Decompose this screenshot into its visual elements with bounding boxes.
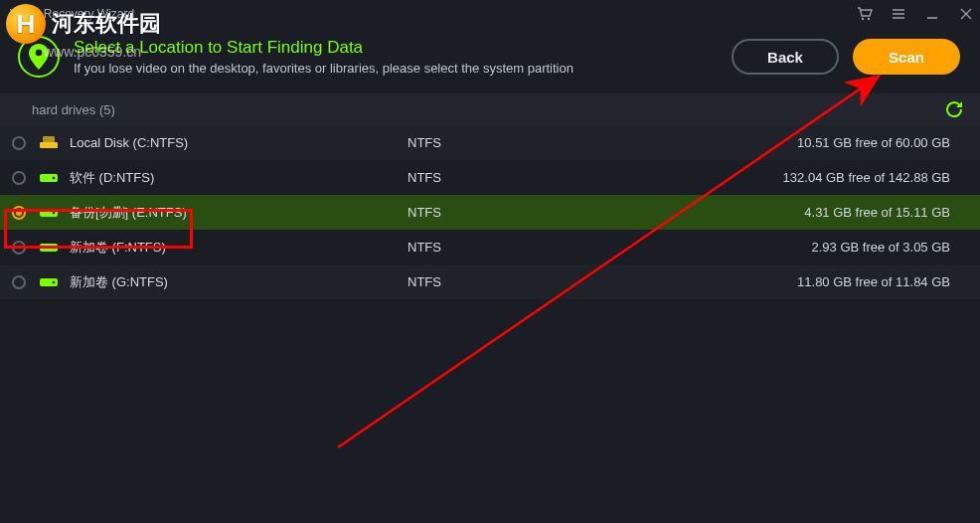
back-button[interactable]: Back (732, 39, 839, 75)
svg-rect-4 (43, 136, 55, 142)
svg-point-2 (36, 50, 43, 57)
drive-free-space: 2.93 GB free of 3.05 GB (812, 240, 950, 255)
header-left: Select a Location to Start Finding Data … (18, 36, 573, 78)
section-hard-drives: hard drives (5) (0, 93, 980, 125)
drive-row[interactable]: Local Disk (C:NTFS)NTFS10.51 GB free of … (0, 125, 980, 160)
drive-name: 软件 (D:NTFS) (70, 169, 408, 187)
header: Select a Location to Start Finding Data … (0, 28, 980, 93)
scan-button[interactable]: Scan (853, 39, 960, 75)
titlebar: Video Recovery Wizard (0, 0, 980, 28)
svg-rect-3 (40, 142, 58, 148)
section-label: hard drives (5) (32, 102, 115, 117)
drive-radio[interactable] (12, 206, 26, 220)
svg-point-12 (53, 280, 56, 283)
svg-point-8 (53, 211, 56, 214)
drive-filesystem: NTFS (408, 170, 606, 185)
hdd-icon (40, 172, 60, 184)
page-title: Select a Location to Start Finding Data (74, 38, 573, 58)
svg-point-0 (862, 18, 864, 20)
drive-name: 新加卷 (G:NTFS) (70, 273, 408, 291)
drive-free-space: 11.80 GB free of 11.84 GB (797, 274, 950, 289)
minimize-icon[interactable] (924, 7, 940, 21)
hdd-icon (40, 207, 60, 219)
drive-name: 备份[勿删] (E:NTFS) (70, 204, 408, 222)
drive-filesystem: NTFS (408, 240, 606, 255)
close-icon[interactable] (958, 7, 974, 21)
drive-free-space: 10.51 GB free of 60.00 GB (797, 135, 950, 150)
drive-radio[interactable] (12, 136, 26, 150)
header-text: Select a Location to Start Finding Data … (74, 38, 573, 76)
svg-point-10 (53, 246, 56, 249)
drive-row[interactable]: 备份[勿删] (E:NTFS)NTFS4.31 GB free of 15.11… (0, 195, 980, 230)
cart-icon[interactable] (857, 7, 873, 21)
svg-point-6 (53, 176, 56, 179)
drive-free-space: 132.04 GB free of 142.88 GB (783, 170, 950, 185)
drive-free-space: 4.31 GB free of 15.11 GB (804, 205, 950, 220)
svg-point-1 (868, 18, 870, 20)
drive-radio[interactable] (12, 171, 26, 185)
window-title: Video Recovery Wizard (10, 7, 134, 21)
drive-name: Local Disk (C:NTFS) (70, 135, 408, 150)
hdd-icon (40, 242, 60, 254)
drive-name: 新加卷 (F:NTFS) (70, 239, 408, 257)
hdd-icon (40, 276, 60, 288)
drive-radio[interactable] (12, 241, 26, 255)
drive-radio[interactable] (12, 275, 26, 289)
drive-filesystem: NTFS (408, 135, 606, 150)
menu-icon[interactable] (891, 7, 906, 21)
header-buttons: Back Scan (732, 39, 960, 75)
hdd-icon (40, 136, 60, 150)
drive-row[interactable]: 软件 (D:NTFS)NTFS132.04 GB free of 142.88 … (0, 160, 980, 195)
drive-filesystem: NTFS (408, 274, 606, 289)
page-subtitle: If you lose video on the desktop, favori… (74, 61, 573, 76)
drive-row[interactable]: 新加卷 (F:NTFS)NTFS2.93 GB free of 3.05 GB (0, 230, 980, 264)
drive-filesystem: NTFS (408, 205, 606, 220)
titlebar-controls (857, 7, 974, 21)
drive-row[interactable]: 新加卷 (G:NTFS)NTFS11.80 GB free of 11.84 G… (0, 264, 980, 299)
drives-list: Local Disk (C:NTFS)NTFS10.51 GB free of … (0, 125, 980, 299)
refresh-icon[interactable] (946, 101, 962, 117)
location-pin-icon (18, 36, 60, 78)
